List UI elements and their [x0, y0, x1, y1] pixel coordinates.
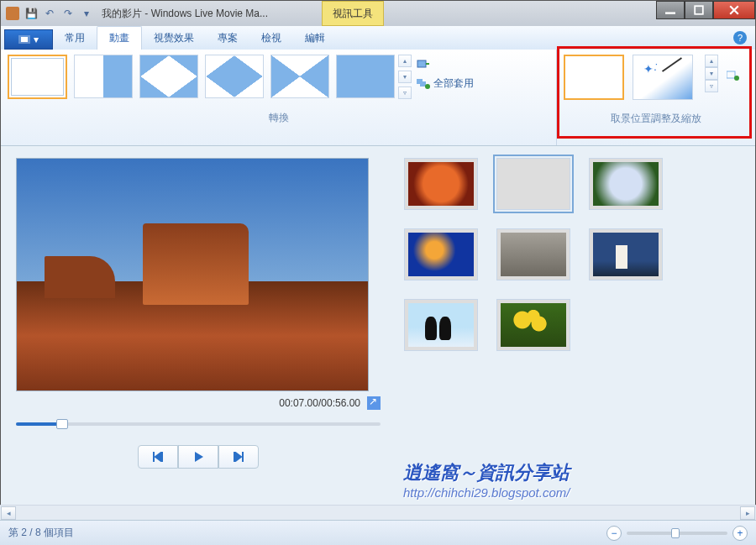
panzoom-none[interactable] [564, 55, 624, 100]
transition-none[interactable] [8, 55, 67, 99]
zoom-out-button[interactable]: − [606, 526, 622, 541]
gallery-down-icon[interactable]: ▾ [398, 71, 412, 83]
storyboard[interactable] [396, 146, 755, 507]
sparkle-icon: ✦ ·˙ [643, 62, 664, 82]
tab-view[interactable]: 檢視 [249, 27, 293, 50]
fullscreen-icon[interactable] [367, 396, 381, 410]
status-items: 第 2 / 8 個項目 [8, 526, 74, 540]
window-title: 我的影片 - Windows Live Movie Ma... [102, 7, 268, 21]
playback-time: 00:07.00/00:56.00 [279, 397, 360, 409]
tab-animations[interactable]: 動畫 [97, 26, 142, 50]
apply-all-label: 全部套用 [433, 76, 474, 91]
zoom-handle[interactable] [671, 528, 680, 538]
content-area: 00:07.00/00:56.00 [1, 146, 755, 507]
play-button[interactable] [178, 445, 218, 469]
clip-hydrangea[interactable] [589, 158, 663, 210]
apply-all-icon [417, 77, 430, 91]
group-label-transitions: 轉換 [8, 111, 549, 125]
playback-controls [16, 445, 381, 469]
gallery-up-icon[interactable]: ▴ [705, 55, 718, 67]
maximize-button[interactable] [685, 1, 713, 19]
clip-lighthouse[interactable] [589, 228, 663, 280]
svg-rect-8 [727, 71, 735, 78]
svg-rect-3 [21, 37, 28, 42]
apply-to-one[interactable] [417, 58, 474, 71]
transition-diamond[interactable] [205, 55, 264, 98]
transition-bowtie[interactable] [139, 55, 198, 98]
svg-point-9 [734, 76, 739, 81]
apply-panzoom-icon[interactable] [727, 70, 740, 83]
tab-project[interactable]: 專案 [206, 27, 249, 50]
wand-icon [662, 57, 682, 72]
panzoom-gallery-scroll: ▴ ▾ ▿ [705, 55, 718, 92]
horizontal-scrollbar[interactable]: ◂ ▸ [0, 505, 756, 520]
seek-handle[interactable] [56, 419, 68, 429]
help-icon[interactable]: ? [733, 31, 747, 45]
ribbon-body: ▴ ▾ ▿ 全部套用 轉換 ✦ ·˙ ▴ [1, 50, 755, 146]
gallery-up-icon[interactable]: ▴ [398, 55, 412, 67]
undo-icon[interactable]: ↶ [43, 7, 56, 20]
transition-fill[interactable] [336, 55, 395, 98]
group-label-panzoom: 取景位置調整及縮放 [564, 112, 748, 126]
zoom-slider[interactable] [627, 532, 727, 535]
next-frame-button[interactable] [218, 445, 259, 469]
clip-koala[interactable] [496, 228, 570, 280]
tab-visual-effects[interactable]: 視覺效果 [142, 27, 206, 50]
minimize-button[interactable] [656, 1, 685, 19]
clip-desert[interactable] [496, 158, 570, 210]
preview-pane: 00:07.00/00:56.00 [1, 146, 396, 507]
clip-penguins[interactable] [404, 299, 478, 351]
transition-cross[interactable] [270, 55, 329, 98]
gallery-scroll: ▴ ▾ ▿ [398, 55, 412, 99]
prev-frame-button[interactable] [138, 445, 178, 469]
apply-one-icon [417, 58, 430, 71]
svg-rect-6 [420, 81, 426, 86]
zoom-control: − + [606, 526, 748, 541]
chevron-down-icon: ▾ [34, 34, 39, 45]
context-tab-video-tools[interactable]: 視訊工具 [322, 1, 384, 26]
transitions-gallery [8, 55, 395, 99]
tab-home[interactable]: 常用 [53, 27, 97, 50]
ribbon-tabs: ▾ 常用 動畫 視覺效果 專案 檢視 編輯 ? [1, 26, 755, 50]
panzoom-auto[interactable]: ✦ ·˙ [633, 55, 693, 100]
svg-rect-1 [695, 6, 703, 14]
qat-dropdown-icon[interactable]: ▾ [80, 7, 93, 20]
transition-slide[interactable] [74, 55, 133, 98]
clip-tulips[interactable] [496, 299, 570, 351]
svg-point-7 [425, 84, 430, 89]
app-icon [6, 7, 19, 20]
tab-edit[interactable]: 編輯 [293, 27, 337, 50]
statusbar: 第 2 / 8 個項目 − + [0, 520, 756, 545]
file-menu[interactable]: ▾ [4, 29, 53, 50]
gallery-more-icon[interactable]: ▿ [398, 86, 412, 99]
gallery-down-icon[interactable]: ▾ [705, 67, 718, 80]
zoom-in-button[interactable]: + [732, 526, 748, 541]
seek-slider[interactable] [16, 418, 381, 430]
svg-rect-0 [665, 12, 675, 13]
clip-jellyfish[interactable] [404, 228, 478, 280]
quick-access-toolbar: 💾 ↶ ↷ ▾ [24, 7, 93, 20]
preview-monitor[interactable] [16, 158, 369, 391]
scroll-right-icon[interactable]: ▸ [740, 506, 755, 520]
scroll-left-icon[interactable]: ◂ [1, 506, 16, 520]
apply-all-button[interactable]: 全部套用 [417, 76, 474, 91]
titlebar: 💾 ↶ ↷ ▾ 我的影片 - Windows Live Movie Ma... … [1, 1, 755, 26]
save-icon[interactable]: 💾 [24, 7, 38, 20]
window-controls [656, 1, 755, 19]
redo-icon[interactable]: ↷ [61, 7, 75, 20]
clip-flower[interactable] [404, 158, 478, 210]
gallery-more-icon[interactable]: ▿ [705, 80, 718, 92]
close-button[interactable] [713, 1, 755, 19]
svg-rect-4 [417, 60, 426, 67]
